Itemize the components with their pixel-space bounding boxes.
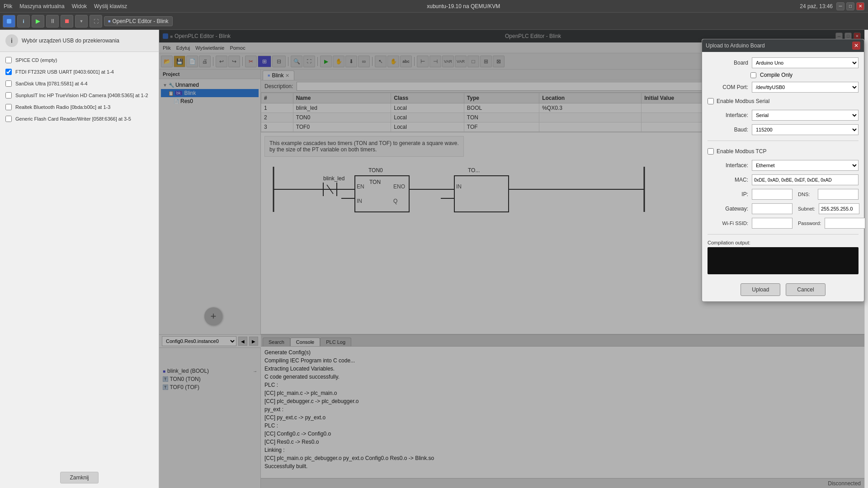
usb-item-sunplus[interactable]: SunplusIT Inc HP TrueVision HD Camera [0… [5, 91, 153, 100]
compilation-output-section: Compilation output: [708, 240, 859, 274]
menu-maszyna[interactable]: Maszyna wirtualna [19, 3, 64, 9]
wifi-password-row: Wi-Fi SSID: Password: [708, 218, 859, 229]
modal-overlay: Upload to Arduino Board ✕ Board Arduino … [159, 30, 864, 488]
usb-item-realtek[interactable]: Realtek Bluetooth Radio [0bda:b00c] at 1… [5, 103, 153, 112]
usb-checkbox-sandisk[interactable] [5, 80, 12, 87]
board-select[interactable]: Arduino Uno [752, 57, 859, 68]
password-input[interactable] [825, 218, 865, 229]
window-controls[interactable]: ─ □ ✕ [836, 2, 864, 10]
interface-row: Interface: Serial [708, 110, 859, 121]
ip-dns-row: IP: DNS: [708, 189, 859, 200]
wifi-ssid-label: Wi-Fi SSID: [708, 221, 748, 226]
tcp-interface-select[interactable]: Ethernet [752, 160, 859, 171]
board-label: Board [708, 60, 748, 66]
maximize-btn[interactable]: □ [846, 2, 854, 10]
right-sidebar [864, 30, 868, 488]
modbus-serial-checkbox[interactable] [708, 98, 714, 104]
taskbar-app-icon[interactable] [3, 15, 15, 28]
usb-checkbox-sunplus[interactable] [5, 92, 12, 99]
usb-label-ftdi: FTDI FT232R USB UART [0403:6001] at 1-4 [15, 69, 114, 75]
os-topbar: Plik Maszyna wirtualna Widok Wyślij klaw… [0, 0, 868, 13]
cancel-button[interactable]: Cancel [786, 283, 825, 296]
modbus-tcp-checkbox[interactable] [708, 148, 714, 155]
tcp-interface-label: Interface: [708, 162, 748, 169]
upload-button[interactable]: Upload [741, 283, 780, 296]
usb-label-sunplus: SunplusIT Inc HP TrueVision HD Camera [0… [15, 93, 148, 98]
usb-checkbox-realtek[interactable] [5, 104, 12, 110]
compile-only-checkbox[interactable] [750, 72, 756, 78]
gateway-label: Gateway: [708, 206, 748, 212]
usb-label-sandisk: SanDisk Ultra [0781:5581] at 4-4 [15, 81, 88, 86]
taskbar-info-btn[interactable]: i [17, 15, 30, 28]
interface-select[interactable]: Serial [752, 110, 859, 121]
baud-select[interactable]: 115200 [752, 124, 859, 135]
close-btn[interactable]: ✕ [856, 2, 864, 10]
os-time: 24 paź, 13:46 [800, 3, 833, 9]
usb-item-spice[interactable]: SPICE CD (empty) [5, 56, 153, 65]
taskbar-app-title: OpenPLC Editor - Blink [112, 18, 168, 24]
tcp-interface-row: Interface: Ethernet [708, 160, 859, 171]
info-icon: i [5, 34, 18, 47]
usb-header-title: Wybór urządzeń USB do przekierowania [22, 38, 119, 44]
modal-body: Board Arduino Uno Compile Only COM Port: [702, 52, 864, 280]
usb-close-button[interactable]: Zamknij [60, 472, 98, 483]
usb-checkbox-spice[interactable] [5, 57, 12, 63]
os-title: xubuntu-19.10 na QEMU/KVM [127, 3, 800, 9]
usb-panel: i Wybór urządzeń USB do przekierowania S… [0, 30, 159, 488]
mode-row: Compile Only [708, 72, 859, 78]
modal-titlebar: Upload to Arduino Board ✕ [702, 39, 864, 52]
usb-item-sandisk[interactable]: SanDisk Ultra [0781:5581] at 4-4 [5, 79, 153, 88]
gateway-input[interactable] [752, 203, 793, 214]
mac-input[interactable] [752, 174, 859, 185]
comport-row: COM Port: /dev/ttyUSB0 [708, 82, 859, 93]
modbus-tcp-row: Enable Modbus TCP [708, 146, 859, 156]
taskbar-stop-btn[interactable]: ⏹ [61, 15, 73, 28]
modal-footer: Upload Cancel [702, 280, 864, 301]
modbus-serial-row: Enable Modbus Serial [708, 96, 859, 106]
main-area: i Wybór urządzeń USB do przekierowania S… [0, 30, 868, 488]
subnet-input[interactable] [819, 203, 859, 214]
upload-modal: Upload to Arduino Board ✕ Board Arduino … [702, 39, 864, 302]
ip-label: IP: [708, 191, 748, 197]
baud-row: Baud: 115200 [708, 124, 859, 135]
wifi-ssid-input[interactable] [752, 218, 793, 229]
menu-widok[interactable]: Widok [72, 3, 87, 9]
usb-item-ftdi[interactable]: FTDI FT232R USB UART [0403:6001] at 1-4 [5, 67, 153, 76]
minimize-btn[interactable]: ─ [836, 2, 844, 10]
os-topbar-menu[interactable]: Plik Maszyna wirtualna Widok Wyślij klaw… [4, 3, 127, 9]
modbus-serial-label: Enable Modbus Serial [717, 98, 769, 104]
compilation-output-display [708, 247, 859, 274]
usb-header: i Wybór urządzeń USB do przekierowania [0, 30, 159, 52]
svg-rect-0 [7, 19, 11, 23]
taskbar-app-label[interactable]: ■ OpenPLC Editor - Blink [104, 16, 173, 26]
usb-label-spice: SPICE CD (empty) [15, 57, 57, 63]
modbus-tcp-label: Enable Modbus TCP [717, 148, 767, 155]
ip-input[interactable] [752, 189, 793, 200]
taskbar-screen-btn[interactable]: ⛶ [90, 15, 102, 28]
menu-wyslij[interactable]: Wyślij klawisz [94, 3, 127, 9]
editor-window: ■ OpenPLC Editor - Blink OpenPLC Editor … [159, 30, 864, 488]
baud-label: Baud: [708, 127, 748, 133]
os-controls: 24 paź, 13:46 ─ □ ✕ [800, 2, 864, 10]
taskbar-play-btn[interactable]: ▶ [32, 15, 44, 28]
usb-checkbox-generic[interactable] [5, 116, 12, 122]
menu-plik[interactable]: Plik [4, 3, 12, 9]
modal-close-btn[interactable]: ✕ [852, 42, 860, 50]
divider-1 [708, 141, 859, 141]
os-taskbar: i ▶ ⏸ ⏹ ▼ ⛶ ■ OpenPLC Editor - Blink [0, 13, 868, 30]
taskbar-pause-btn[interactable]: ⏸ [46, 15, 59, 28]
divider-2 [708, 234, 859, 235]
interface-label: Interface: [708, 112, 748, 118]
comport-select[interactable]: /dev/ttyUSB0 [752, 82, 859, 93]
subnet-label: Subnet: [798, 206, 815, 211]
compile-only-label: Compile Only [760, 72, 793, 78]
dns-input[interactable] [818, 189, 859, 200]
mac-row: MAC: [708, 174, 859, 185]
usb-label-generic: Generic Flash Card Reader/Writer [058f:6… [15, 116, 131, 122]
usb-checkbox-ftdi[interactable] [5, 69, 12, 75]
comport-label: COM Port: [708, 84, 748, 90]
usb-item-generic[interactable]: Generic Flash Card Reader/Writer [058f:6… [5, 114, 153, 123]
taskbar-dropdown-btn[interactable]: ▼ [75, 15, 88, 28]
modal-title: Upload to Arduino Board [706, 42, 852, 49]
usb-list: SPICE CD (empty) FTDI FT232R USB UART [0… [0, 52, 159, 467]
